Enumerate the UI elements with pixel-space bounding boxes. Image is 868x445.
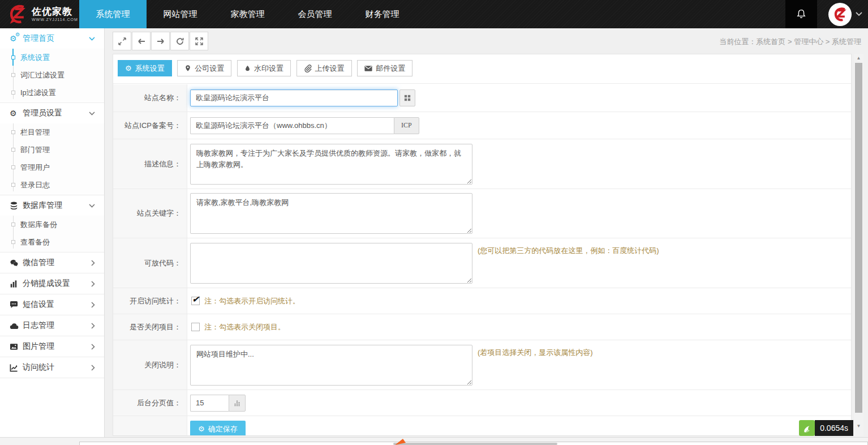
bell-icon (796, 8, 807, 20)
form-row-keywords: 站点关键字： (113, 189, 851, 238)
stats-checkbox[interactable]: ✔ (191, 297, 200, 305)
chevron-down-icon (89, 112, 95, 115)
grid-addon-button[interactable] (399, 89, 415, 106)
keywords-textarea[interactable] (190, 193, 472, 234)
horizontal-scrollbar-thumb[interactable] (393, 443, 557, 445)
nav-item-website-management[interactable]: 网站管理 (147, 0, 214, 28)
form-row-close: 是否关闭项目： 注：勾选表示关闭项目。 (113, 314, 851, 340)
save-label-cell (113, 416, 187, 435)
nav-item-finance-management[interactable]: 财务管理 (349, 0, 416, 28)
sidebar-item-admin-users[interactable]: 管理用户 (0, 159, 104, 176)
stats-note: 注：勾选表示开启访问统计。 (204, 296, 300, 306)
scrollbar-thumb[interactable] (855, 63, 862, 413)
sidebar-item-login-log[interactable]: 登录日志 (0, 176, 104, 194)
form-row-code: 可放代码： (您可以把第三方的代码放在这里，例如：百度统计代码) (113, 238, 851, 288)
chevron-right-icon (91, 260, 95, 266)
tree-node (11, 73, 15, 77)
resize-icon (118, 37, 126, 45)
fullscreen-icon (195, 37, 203, 45)
nav-item-tutor-management[interactable]: 家教管理 (214, 0, 281, 28)
system-settings-form: 站点名称： 站点ICP备案号： ICP 描述信息： (113, 84, 851, 435)
cloud-icon (10, 322, 22, 330)
tab-system-settings[interactable]: ⚙系统设置 (118, 60, 172, 76)
close-desc-textarea[interactable] (190, 345, 472, 386)
sidebar-item-database-backup[interactable]: 数据库备份 (0, 216, 104, 233)
content-panel: ⚙系统设置 公司设置 水印设置 上传设置 邮件设置 站点名称： (113, 54, 852, 436)
sidebar-section-sms-settings[interactable]: 短信设置 (0, 294, 104, 315)
avatar-logo-icon (832, 6, 849, 23)
sidebar-item-column-management[interactable]: 栏目管理 (0, 123, 104, 141)
tab-watermark-settings[interactable]: 水印设置 (237, 60, 291, 76)
page-size-label: 后台分页值： (113, 390, 187, 416)
resize-button[interactable] (113, 32, 131, 50)
sidebar-section-wechat-management[interactable]: 微信管理 (0, 253, 104, 273)
description-label: 描述信息： (113, 139, 187, 189)
description-textarea[interactable] (190, 144, 472, 185)
tree-node (11, 148, 15, 152)
sidebar-item-system-settings[interactable]: 系统设置 (0, 49, 104, 66)
chevron-down-icon[interactable] (856, 12, 862, 16)
tree-node (11, 130, 15, 134)
sidebar-section-admin-home[interactable]: ⚙⚙ 管理首页 (0, 28, 104, 49)
map-marker-icon (184, 64, 191, 72)
chevron-right-icon (91, 302, 95, 308)
sidebar-item-view-backup[interactable]: 查看备份 (0, 233, 104, 251)
sidebar-section-log-management[interactable]: 日志管理 (0, 315, 104, 336)
zy-logo-icon (8, 3, 28, 25)
chevron-down-icon (89, 37, 95, 41)
dots-icon (233, 399, 241, 407)
scroll-down-icon[interactable]: ▼ (854, 422, 863, 430)
chevron-right-icon (91, 365, 95, 371)
top-navbar: 佐优家教 WWW.ZYJJ114.COM 系统管理 网站管理 家教管理 会员管理… (0, 0, 868, 28)
droplet-icon (244, 64, 251, 72)
code-textarea[interactable] (190, 243, 472, 284)
brand-logo[interactable]: 佐优家教 WWW.ZYJJ114.COM (0, 0, 79, 28)
tree-node (11, 240, 15, 244)
bottom-strip (0, 437, 868, 445)
sidebar-section-admin-settings[interactable]: ⚙ 管理员设置 (0, 103, 104, 123)
avatar[interactable] (828, 3, 852, 26)
save-button[interactable]: ⚙ 确定保存 (190, 421, 246, 435)
vertical-scrollbar[interactable]: ▲ ▼ (854, 54, 863, 436)
site-name-label: 站点名称： (113, 84, 187, 112)
form-row-save: ⚙ 确定保存 (113, 416, 851, 435)
page-size-input[interactable] (190, 395, 229, 412)
thinkphp-logo-icon (799, 420, 815, 436)
icp-label: 站点ICP备案号： (113, 112, 187, 139)
load-time: 0.0654s (815, 420, 853, 436)
icp-addon: ICP (394, 117, 419, 134)
sidebar-item-ip-filter[interactable]: Ip过滤设置 (0, 84, 104, 101)
gears-icon: ⚙⚙ (10, 34, 22, 43)
sidebar-item-department-management[interactable]: 部门管理 (0, 141, 104, 159)
nav-item-system-management[interactable]: 系统管理 (79, 0, 147, 28)
site-name-input[interactable] (190, 89, 398, 106)
sidebar-item-word-filter[interactable]: 词汇过滤设置 (0, 66, 104, 84)
fullscreen-button[interactable] (190, 32, 208, 50)
close-checkbox[interactable] (191, 323, 200, 331)
sidebar-section-visit-statistics[interactable]: 访问统计 (0, 357, 104, 378)
refresh-button[interactable] (170, 32, 189, 50)
load-time-badge[interactable]: 0.0654s (799, 420, 853, 436)
sidebar-section-image-management[interactable]: 图片管理 (0, 336, 104, 357)
tree-node (11, 222, 15, 226)
tab-company-settings[interactable]: 公司设置 (177, 60, 231, 76)
sidebar-section-commission-settings[interactable]: 分销提成设置 (0, 273, 104, 294)
scroll-up-icon[interactable]: ▲ (854, 54, 863, 62)
code-hint: (您可以把第三方的代码放在这里，例如：百度统计代码) (478, 246, 659, 256)
forward-button[interactable] (151, 32, 170, 50)
brand-name: 佐优家教 (32, 6, 78, 17)
form-row-description: 描述信息： (113, 139, 851, 189)
sidebar-submenu: 栏目管理 部门管理 管理用户 登录日志 (0, 123, 104, 195)
back-button[interactable] (132, 32, 151, 50)
icp-input[interactable] (190, 117, 394, 134)
tab-upload-settings[interactable]: 上传设置 (297, 60, 352, 76)
tree-node (11, 165, 15, 169)
paperclip-icon (304, 64, 312, 72)
sidebar-section-database-management[interactable]: 数据库管理 (0, 195, 104, 216)
nav-item-member-management[interactable]: 会员管理 (281, 0, 349, 28)
tab-mail-settings[interactable]: 邮件设置 (357, 60, 412, 76)
form-row-close-desc: 关闭说明： (若项目选择关闭，显示该属性内容) (113, 340, 851, 390)
refresh-icon (176, 37, 184, 45)
chevron-right-icon (91, 344, 95, 350)
notifications-button[interactable] (785, 0, 817, 28)
